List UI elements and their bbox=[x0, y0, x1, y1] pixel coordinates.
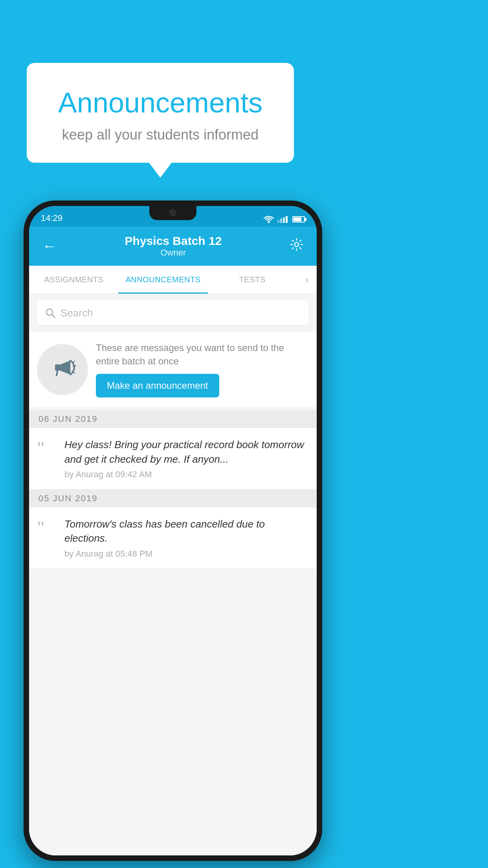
tab-assignments[interactable]: ASSIGNMENTS bbox=[29, 266, 118, 294]
tab-announcements[interactable]: ANNOUNCEMENTS bbox=[118, 266, 207, 294]
quote-icon-1: " bbox=[37, 439, 57, 458]
wifi-icon bbox=[263, 215, 274, 223]
phone-notch bbox=[149, 206, 196, 220]
front-camera bbox=[169, 209, 176, 216]
make-announcement-button[interactable]: Make an announcement bbox=[96, 374, 219, 397]
speech-bubble-subtitle: keep all your students informed bbox=[46, 127, 274, 143]
search-icon bbox=[45, 307, 56, 318]
announcement-icon-circle bbox=[37, 344, 88, 395]
content-area: Search bbox=[29, 294, 317, 855]
app-bar-title: Physics Batch 12 bbox=[61, 234, 286, 248]
app-bar: ← Physics Batch 12 Owner bbox=[29, 226, 317, 266]
megaphone-icon bbox=[49, 356, 76, 383]
svg-marker-4 bbox=[61, 360, 70, 375]
tab-more[interactable]: › bbox=[297, 266, 317, 294]
announcement-content-1: Hey class! Bring your practical record b… bbox=[64, 438, 309, 480]
announcement-text-1: Hey class! Bring your practical record b… bbox=[64, 438, 309, 466]
speech-bubble-container: Announcements keep all your students inf… bbox=[27, 63, 294, 163]
app-bar-title-group: Physics Batch 12 Owner bbox=[61, 234, 286, 258]
phone-outer: 14:29 bbox=[24, 200, 322, 861]
svg-point-1 bbox=[295, 243, 299, 246]
announcement-meta-1: by Anurag at 09:42 AM bbox=[64, 469, 309, 480]
app-bar-subtitle: Owner bbox=[61, 248, 286, 258]
tab-tests[interactable]: TESTS bbox=[208, 266, 297, 294]
status-icons bbox=[263, 215, 305, 223]
announcement-content-2: Tomorrow's class has been cancelled due … bbox=[64, 517, 309, 559]
phone-screen: 14:29 bbox=[29, 206, 317, 855]
announcement-item-1[interactable]: " Hey class! Bring your practical record… bbox=[29, 428, 317, 489]
announcement-meta-2: by Anurag at 05:48 PM bbox=[64, 549, 309, 559]
svg-line-3 bbox=[52, 314, 55, 318]
svg-line-6 bbox=[72, 361, 75, 363]
speech-bubble-title: Announcements bbox=[46, 86, 274, 119]
phone-container: 14:29 bbox=[24, 200, 322, 861]
announcement-text-2: Tomorrow's class has been cancelled due … bbox=[64, 517, 309, 546]
announcement-item-2[interactable]: " Tomorrow's class has been cancelled du… bbox=[29, 508, 317, 568]
tab-bar: ASSIGNMENTS ANNOUNCEMENTS TESTS › bbox=[29, 266, 317, 294]
battery-icon bbox=[292, 216, 305, 223]
quote-icon-2: " bbox=[37, 519, 57, 537]
date-separator-2: 05 JUN 2019 bbox=[29, 489, 317, 508]
announcement-cta-right: These are messages you want to send to t… bbox=[96, 341, 309, 397]
date-separator-1: 06 JUN 2019 bbox=[29, 410, 317, 428]
gear-icon bbox=[290, 238, 303, 251]
signal-icon bbox=[277, 216, 288, 223]
settings-button[interactable] bbox=[286, 234, 307, 258]
svg-rect-5 bbox=[55, 364, 61, 371]
status-time: 14:29 bbox=[41, 213, 62, 223]
svg-point-0 bbox=[268, 221, 270, 223]
speech-bubble: Announcements keep all your students inf… bbox=[27, 63, 294, 163]
search-placeholder: Search bbox=[61, 307, 93, 319]
announcement-cta-description: These are messages you want to send to t… bbox=[96, 341, 309, 368]
announcement-cta-card: These are messages you want to send to t… bbox=[29, 332, 317, 407]
back-button[interactable]: ← bbox=[39, 234, 61, 258]
search-bar[interactable]: Search bbox=[37, 300, 309, 326]
